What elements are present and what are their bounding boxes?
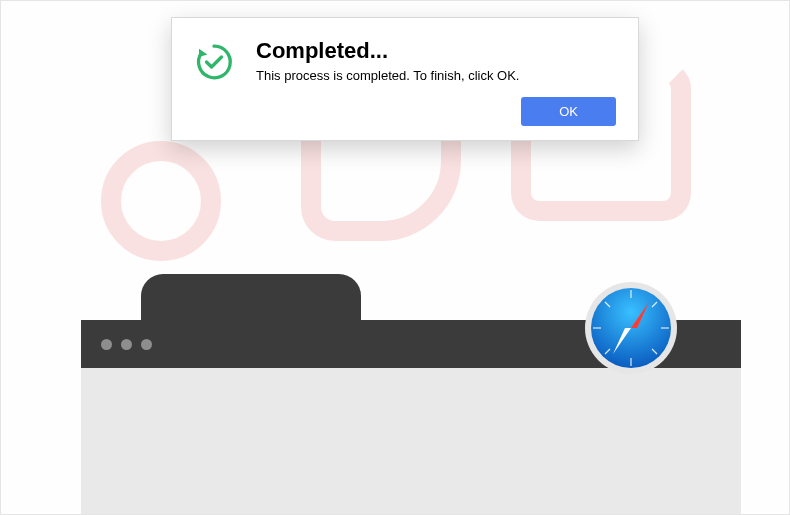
watermark-shape [101,141,221,261]
dialog-message: This process is completed. To finish, cl… [256,68,616,83]
browser-window-mockup [81,274,741,515]
browser-viewport [81,368,741,515]
completed-dialog: Completed... This process is completed. … [171,17,639,141]
dialog-content-row: Completed... This process is completed. … [194,38,616,83]
traffic-light-dot [121,339,132,350]
traffic-light-dot [141,339,152,350]
ok-button[interactable]: OK [521,97,616,126]
dialog-text-block: Completed... This process is completed. … [256,38,616,83]
svg-marker-13 [199,49,207,57]
browser-tab [141,274,361,320]
dialog-title: Completed... [256,38,616,64]
traffic-light-dot [101,339,112,350]
safari-icon [581,278,681,378]
check-circle-refresh-icon [194,42,234,82]
dialog-actions: OK [194,97,616,126]
